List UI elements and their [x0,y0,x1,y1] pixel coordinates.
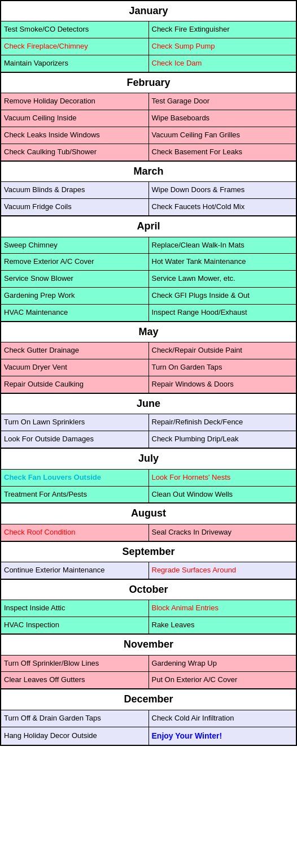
table-row: Turn Off Sprinkler/Blow LinesGardening W… [1,655,296,672]
cell-left: Check Gutter Drainage [1,342,148,359]
cell-text: Check Fireplace/Chimney [4,42,88,50]
cell-text: Block Animal Entries [152,604,219,612]
cell-text: Check Basement For Leaks [152,147,242,156]
cell-text: Vacuum Blinds & Drapes [4,185,85,194]
table-row: Check Fan Louvers OutsideLook For Hornet… [1,469,296,486]
cell-text: Hot Water Tank Maintenance [152,257,246,266]
cell-text: Seal Cracks In Driveway [152,528,232,536]
table-row: Check Fireplace/ChimneyCheck Sump Pump [1,38,296,55]
month-header-february: February [1,72,296,93]
cell-left: Hang Holiday Decor Outside [1,727,148,745]
cell-right: Check Fire Extinguisher [148,21,296,38]
cell-left: Check Caulking Tub/Shower [1,144,148,161]
month-header-july: July [1,448,296,469]
cell-right: Check Cold Air Infiltration [148,710,296,727]
month-header-october: October [1,579,296,600]
cell-left: Inspect Inside Attic [1,600,148,617]
cell-text: HVAC Inspection [4,620,59,629]
cell-left: Continue Exterior Maintenance [1,562,148,579]
table-row: Gardening Prep WorkCheck GFI Plugs Insid… [1,288,296,305]
cell-right: Inspect Range Hood/Exhaust [148,305,296,322]
cell-left: Clear Leaves Off Gutters [1,672,148,689]
cell-right: Turn On Garden Taps [148,359,296,376]
cell-text: Check GFI Plugs Inside & Out [152,291,250,300]
cell-text: Gardening Wrap Up [152,659,217,667]
table-row: Test Smoke/CO DetectorsCheck Fire Exting… [1,21,296,38]
cell-text: Check Gutter Drainage [4,346,79,354]
cell-left: Test Smoke/CO Detectors [1,21,148,38]
cell-text: Enjoy Your Winter! [152,731,222,740]
month-header-may: May [1,322,296,342]
cell-text: Check Plumbing Drip/Leak [152,435,239,443]
cell-right: Check Plumbing Drip/Leak [148,431,296,448]
cell-text: Continue Exterior Maintenance [4,566,105,574]
table-row: Turn On Lawn SprinklersRepair/Refinish D… [1,414,296,431]
cell-text: Vacuum Dryer Vent [4,363,67,371]
cell-text: Rake Leaves [152,620,195,629]
cell-text: Wipe Baseboards [152,114,210,122]
month-header-june: June [1,393,296,414]
table-row: Check Roof ConditionSeal Cracks In Drive… [1,524,296,541]
cell-text: Check/Repair Outside Paint [152,346,242,354]
cell-right: Check/Repair Outside Paint [148,342,296,359]
cell-text: Treatment For Ants/Pests [4,490,87,498]
table-row: Repair Outside CaulkingRepair Windows & … [1,376,296,393]
cell-left: Turn On Lawn Sprinklers [1,414,148,431]
cell-text: Replace/Clean Walk-In Mats [152,241,244,249]
cell-text: HVAC Maintenance [4,308,68,316]
cell-text: Look For Hornets' Nests [152,473,231,481]
table-row: Sweep ChimneyReplace/Clean Walk-In Mats [1,237,296,254]
cell-right: Vacuum Ceiling Fan Grilles [148,127,296,144]
month-header-april: April [1,216,296,237]
cell-text: Check Fire Extinguisher [152,25,230,33]
cell-left: Remove Holiday Decoration [1,93,148,110]
table-row: Clear Leaves Off GuttersPut On Exterior … [1,672,296,689]
cell-text: Check Leaks Inside Windows [4,131,100,139]
cell-left: Sweep Chimney [1,237,148,254]
cell-text: Sweep Chimney [4,241,58,249]
cell-text: Put On Exterior A/C Cover [152,675,238,684]
cell-text: Check Roof Condition [4,528,75,536]
month-header-august: August [1,503,296,524]
cell-right: Wipe Baseboards [148,110,296,127]
cell-right: Enjoy Your Winter! [148,727,296,745]
month-header-november: November [1,634,296,655]
cell-left: Repair Outside Caulking [1,376,148,393]
cell-text: Clean Out Window Wells [152,490,233,498]
cell-left: Check Fireplace/Chimney [1,38,148,55]
cell-left: Turn Off & Drain Garden Taps [1,710,148,727]
cell-text: Gardening Prep Work [4,291,75,300]
cell-right: Clean Out Window Wells [148,486,296,503]
cell-text: Inspect Inside Attic [4,604,65,612]
cell-text: Regrade Surfaces Around [152,566,237,574]
cell-left: HVAC Maintenance [1,305,148,322]
table-row: Look For Outside DamagesCheck Plumbing D… [1,431,296,448]
cell-left: Vacuum Fridge Coils [1,199,148,216]
table-row: Check Caulking Tub/ShowerCheck Basement … [1,144,296,161]
cell-left: Check Leaks Inside Windows [1,127,148,144]
cell-text: Turn Off Sprinkler/Blow Lines [4,659,99,667]
cell-left: Look For Outside Damages [1,431,148,448]
cell-right: Block Animal Entries [148,600,296,617]
cell-left: Check Fan Louvers Outside [1,469,148,486]
cell-left: Turn Off Sprinkler/Blow Lines [1,655,148,672]
cell-right: Check Basement For Leaks [148,144,296,161]
cell-left: Vacuum Ceiling Inside [1,110,148,127]
cell-right: Check Sump Pump [148,38,296,55]
cell-text: Service Lawn Mower, etc. [152,274,235,283]
month-header-january: January [1,1,296,21]
month-header-september: September [1,541,296,562]
cell-text: Service Snow Blower [4,274,73,283]
table-row: Maintain VaporizersCheck Ice Dam [1,55,296,72]
cell-text: Remove Exterior A/C Cover [4,257,94,266]
cell-right: Test Garage Door [148,93,296,110]
cell-text: Inspect Range Hood/Exhaust [152,308,247,316]
cell-text: Repair Outside Caulking [4,380,84,388]
cell-text: Look For Outside Damages [4,435,94,443]
table-row: Vacuum Dryer VentTurn On Garden Taps [1,359,296,376]
table-row: Treatment For Ants/PestsClean Out Window… [1,486,296,503]
table-row: HVAC InspectionRake Leaves [1,617,296,634]
cell-right: Wipe Down Doors & Frames [148,182,296,199]
table-row: Remove Exterior A/C CoverHot Water Tank … [1,254,296,271]
table-row: Continue Exterior MaintenanceRegrade Sur… [1,562,296,579]
